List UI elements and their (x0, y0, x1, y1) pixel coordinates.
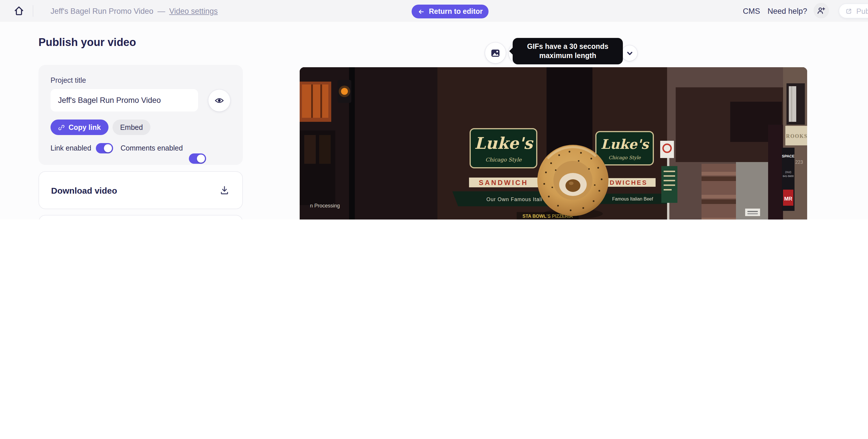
invite-user-button[interactable] (813, 3, 829, 19)
tooltip-line1: GIFs have a 30 seconds (527, 42, 609, 51)
page-title: Publish your video (38, 36, 136, 49)
awning-text-left: Our Own Famous Itali (486, 197, 542, 202)
chicago-style-right: Chicago Style (609, 155, 641, 160)
download-video-card[interactable]: Download video (38, 171, 243, 209)
sandwich-sign-right: NDWICHES (604, 179, 648, 186)
image-icon (491, 49, 500, 57)
add-cta-card[interactable]: Add call-to-action (38, 215, 243, 220)
scene-left-storefront: n Processing (300, 67, 443, 220)
publish-label: Publish (856, 7, 868, 15)
app: Jeff's Bagel Run Promo Video — Video set… (0, 0, 868, 220)
user-add-icon (817, 6, 826, 15)
cms-link[interactable]: CMS (743, 7, 760, 16)
download-video-label: Download video (51, 185, 117, 195)
project-title-input[interactable] (51, 89, 198, 112)
lukes-sign-left: Luke's (474, 134, 534, 152)
arrow-left-icon (417, 8, 425, 15)
home-icon (13, 5, 25, 17)
share-icon (845, 7, 852, 14)
office-space-sign: SPACE (782, 154, 795, 158)
breadcrumb-project-title: Jeff's Bagel Run Promo Video (51, 7, 153, 16)
scene-right-buildings: ROOKS 223 SPACE (312) 641-5600 MR (667, 67, 807, 220)
project-title-label: Project title (51, 77, 86, 85)
chevron-down-icon (625, 49, 633, 57)
return-to-editor-label: Return to editor (429, 7, 483, 16)
preview-button[interactable] (208, 90, 230, 112)
link-enabled-label: Link enabled (51, 144, 91, 152)
sandwich-sign-left: SANDWICH (479, 179, 528, 186)
embed-button[interactable]: Embed (113, 119, 150, 135)
publish-button[interactable]: Publish (839, 3, 868, 19)
thumbnail-format-button[interactable] (485, 42, 506, 63)
header-divider (33, 5, 33, 17)
lukes-sign-right: Luke's (601, 137, 650, 152)
need-help-link[interactable]: Need help? (768, 7, 807, 16)
home-button[interactable] (11, 3, 26, 19)
building-number: 223 (795, 160, 803, 165)
chicago-style-left: Chicago Style (485, 156, 522, 163)
breadcrumb-separator: — (157, 7, 165, 16)
return-to-editor-button[interactable]: Return to editor (412, 5, 489, 19)
processing-sign-text: n Processing (310, 203, 340, 209)
format-options-button[interactable] (622, 46, 637, 61)
video-player: n Processing Luke's Chicago Style SANDWI… (300, 67, 807, 220)
video-settings-link[interactable]: Video settings (169, 7, 218, 16)
tooltip-line2: maximum length (539, 51, 596, 60)
breadcrumb: Jeff's Bagel Run Promo Video — Video set… (51, 7, 218, 16)
copy-link-button[interactable]: Copy link (51, 119, 108, 135)
tooltip-arrow (509, 47, 513, 55)
download-icon (219, 185, 229, 195)
rooks-sign: ROOKS (786, 133, 807, 139)
video-thumbnail[interactable]: n Processing Luke's Chicago Style SANDWI… (300, 67, 807, 220)
embed-label: Embed (120, 123, 143, 131)
office-phone1: (312) (785, 171, 791, 174)
gif-tooltip: GIFs have a 30 seconds maximum length (513, 38, 623, 64)
mr-logo: MR (784, 196, 792, 202)
comments-enabled-toggle[interactable] (189, 153, 206, 164)
link-enabled-toggle[interactable] (96, 143, 113, 153)
comments-enabled-label: Comments enabled (121, 144, 183, 152)
office-phone2: 641-5600 (783, 175, 794, 178)
awning-text-right: Famous Italian Beef (612, 197, 653, 201)
copy-link-label: Copy link (69, 123, 101, 131)
link-icon (58, 124, 65, 131)
eye-icon (214, 95, 224, 106)
